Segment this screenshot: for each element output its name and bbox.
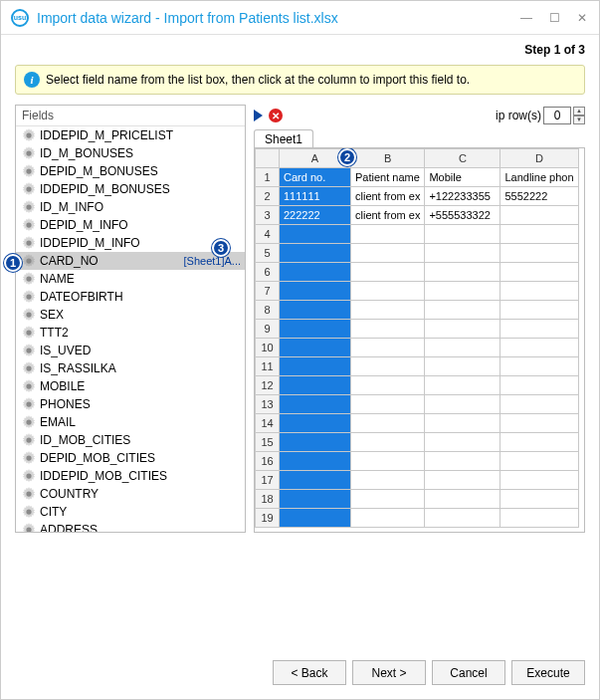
maximize-button[interactable]: ☐ <box>547 11 561 25</box>
sheet-tab[interactable]: Sheet1 <box>254 129 313 148</box>
cell[interactable] <box>500 395 578 414</box>
field-item[interactable]: MOBILE <box>16 377 245 395</box>
cell[interactable] <box>425 395 500 414</box>
cell[interactable] <box>425 301 500 320</box>
cell[interactable] <box>500 320 578 339</box>
cell[interactable] <box>280 490 351 509</box>
cell[interactable] <box>500 206 578 225</box>
cell[interactable] <box>280 244 351 263</box>
cell[interactable] <box>500 339 578 357</box>
column-header[interactable]: D <box>500 149 578 168</box>
cell[interactable] <box>351 339 425 357</box>
field-item[interactable]: COUNTRY <box>16 485 245 503</box>
cell[interactable] <box>280 376 351 395</box>
field-item[interactable]: NAME <box>16 270 245 288</box>
skip-rows-down[interactable]: ▼ <box>573 116 585 124</box>
row-header[interactable]: 19 <box>256 509 280 528</box>
cell[interactable] <box>500 301 578 320</box>
cell[interactable] <box>500 357 578 376</box>
cell[interactable] <box>500 225 578 244</box>
next-button[interactable]: Next > <box>352 660 426 685</box>
cell[interactable] <box>280 320 351 339</box>
cell[interactable] <box>280 282 351 301</box>
column-header[interactable]: B <box>351 149 425 168</box>
skip-rows-input[interactable] <box>543 107 571 124</box>
cell[interactable] <box>351 225 425 244</box>
row-header[interactable]: 1 <box>256 168 280 187</box>
cell[interactable] <box>425 339 500 357</box>
delete-icon[interactable]: ✕ <box>269 109 283 122</box>
cell[interactable] <box>280 452 351 471</box>
row-header[interactable]: 13 <box>256 395 280 414</box>
sheet-grid[interactable]: ABCD1Card no.Patient nameMobileLandline … <box>254 147 585 533</box>
cell[interactable] <box>351 376 425 395</box>
close-button[interactable]: ✕ <box>575 11 589 25</box>
cell[interactable] <box>280 395 351 414</box>
field-item[interactable]: ID_MOB_CITIES <box>16 431 245 449</box>
cell[interactable] <box>500 282 578 301</box>
field-item[interactable]: DEPID_M_BONUSES <box>16 162 245 180</box>
cell[interactable] <box>425 433 500 452</box>
cell[interactable] <box>425 414 500 433</box>
cell[interactable] <box>351 452 425 471</box>
back-button[interactable]: < Back <box>273 660 346 685</box>
cell[interactable] <box>500 244 578 263</box>
cell[interactable]: +122233355 <box>425 187 500 206</box>
row-header[interactable]: 15 <box>256 433 280 452</box>
row-header[interactable]: 3 <box>256 206 280 225</box>
cell[interactable] <box>425 263 500 282</box>
minimize-button[interactable]: — <box>519 11 533 25</box>
cell[interactable] <box>351 471 425 490</box>
cell[interactable] <box>351 244 425 263</box>
cell[interactable] <box>500 433 578 452</box>
cell[interactable] <box>280 225 351 244</box>
field-item[interactable]: IS_UVED <box>16 342 245 359</box>
cell[interactable] <box>280 357 351 376</box>
cell[interactable] <box>500 471 578 490</box>
cell[interactable]: Landline phon <box>500 168 578 187</box>
column-header[interactable]: C <box>425 149 500 168</box>
cell[interactable] <box>500 376 578 395</box>
skip-rows-up[interactable]: ▲ <box>573 107 585 116</box>
cell[interactable]: client from ex <box>351 187 425 206</box>
row-header[interactable]: 7 <box>256 282 280 301</box>
field-item[interactable]: ID_M_BONUSES <box>16 144 245 162</box>
cell[interactable] <box>351 263 425 282</box>
row-header[interactable]: 14 <box>256 414 280 433</box>
cell[interactable] <box>500 263 578 282</box>
cell[interactable] <box>425 225 500 244</box>
cell[interactable]: +555533322 <box>425 206 500 225</box>
cell[interactable] <box>425 452 500 471</box>
row-header[interactable]: 11 <box>256 357 280 376</box>
cell[interactable] <box>425 320 500 339</box>
cell[interactable]: Mobile <box>425 168 500 187</box>
cell[interactable] <box>425 357 500 376</box>
cancel-button[interactable]: Cancel <box>432 660 505 685</box>
field-item[interactable]: TTT2 <box>16 324 245 342</box>
field-item[interactable]: CARD_NO[Sheet1]A... <box>16 252 245 270</box>
cell[interactable] <box>280 339 351 357</box>
cell[interactable] <box>351 320 425 339</box>
cell[interactable] <box>280 263 351 282</box>
field-item[interactable]: DATEOFBIRTH <box>16 288 245 306</box>
row-header[interactable]: 17 <box>256 471 280 490</box>
field-item[interactable]: DEPID_M_INFO <box>16 216 245 234</box>
field-item[interactable]: IS_RASSILKA <box>16 359 245 377</box>
cell[interactable] <box>351 433 425 452</box>
cell[interactable]: Card no. <box>280 168 351 187</box>
field-item[interactable]: ID_M_INFO <box>16 198 245 216</box>
cell[interactable]: Patient name <box>351 168 425 187</box>
row-header[interactable]: 2 <box>256 187 280 206</box>
cell[interactable] <box>351 414 425 433</box>
cell[interactable] <box>280 433 351 452</box>
row-header[interactable]: 18 <box>256 490 280 509</box>
row-header[interactable]: 4 <box>256 225 280 244</box>
cell[interactable] <box>425 282 500 301</box>
cell[interactable] <box>425 471 500 490</box>
cell[interactable] <box>425 376 500 395</box>
cell[interactable] <box>280 471 351 490</box>
cell[interactable] <box>280 509 351 528</box>
cell[interactable] <box>351 490 425 509</box>
cell[interactable] <box>351 357 425 376</box>
play-icon[interactable] <box>254 110 263 121</box>
